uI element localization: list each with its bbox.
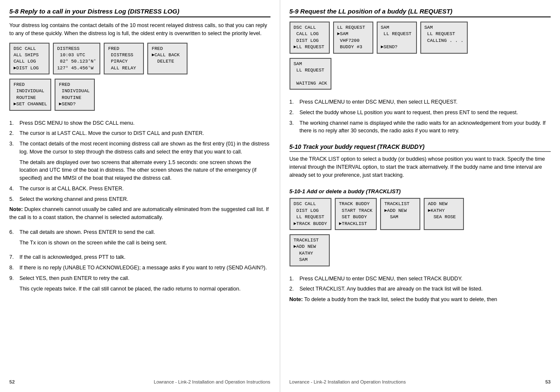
screen-sam-ll-calling: SAM LL REQUEST CALLING . . . — [420, 22, 468, 54]
left-steps-1: 1. Press DSC MENU to show the DSC CALL m… — [9, 119, 270, 159]
screen-ll-request-menu: DSC CALL CALL LOG DIST LOG ►LL REQUEST — [290, 22, 330, 54]
screen-tracklist-addnew: TRACKLIST ►ADD NEW SAM — [380, 198, 420, 230]
right-page: 5-9 Request the LL position of a buddy (… — [280, 0, 560, 392]
left-footer-text: Lowrance - Link-2 Installation and Opera… — [154, 379, 270, 384]
right-note2: Note: To delete a buddy from the track l… — [290, 296, 551, 304]
right-ll-screens-row1: DSC CALL CALL LOG DIST LOG ►LL REQUEST L… — [290, 22, 551, 54]
screen-fred-callback: FRED ►CALL BACK DELETE — [147, 43, 188, 75]
ll-step-1: 1. Press CALL/MENU to enter DSC MENU, th… — [290, 98, 551, 106]
step-3: 3. The contact details of the most recen… — [9, 140, 270, 156]
right-page-number: 53 — [545, 379, 551, 384]
screen-track-buddy-options: TRACK BUDDY START TRACK SET BUDDY ►TRACK… — [335, 198, 377, 230]
screen-tracklist-full: TRACKLIST ►ADD NEW KATHY SAM — [290, 234, 330, 266]
right-ll-screens-row2: SAM LL REQUEST WAITING ACK — [290, 58, 551, 90]
left-page: 5-8 Reply to a call in your Distress Log… — [0, 0, 280, 392]
right-tracklist-screens-row2: TRACKLIST ►ADD NEW KATHY SAM — [290, 234, 551, 266]
step-6-indent: The Tx icon is shown on the screen while… — [19, 239, 270, 247]
track-buddy-header: 5-10 Track your buddy request (TRACK BUD… — [290, 143, 551, 152]
right-page-header: 5-9 Request the LL position of a buddy (… — [290, 8, 551, 17]
left-page-number: 52 — [9, 379, 15, 384]
left-intro-text: Your distress log contains the contact d… — [9, 22, 270, 38]
left-footer: 52 Lowrance - Link-2 Installation and Op… — [9, 375, 270, 384]
left-screens-row1: DSC CALL ALL SHIPS CALL LOG ►DIST LOG DI… — [9, 43, 270, 75]
step-5: 5. Select the working channel and press … — [9, 195, 270, 203]
screen-sam-ll-waiting: SAM LL REQUEST WAITING ACK — [290, 58, 331, 90]
screen-track-buddy-menu: DSC CALL DIST LOG LL REQUEST ►TRACK BUDD… — [290, 198, 331, 230]
step-6: 6. The call details are shown. Press ENT… — [9, 228, 270, 236]
tracklist-step-2: 2. Select TRACKLIST. Any buddies that ar… — [290, 285, 551, 293]
ll-step-3: 3. The working channel name is displayed… — [290, 119, 551, 135]
ll-step-2: 2. Select the buddy whose LL position yo… — [290, 109, 551, 117]
left-note1: Note: Duplex channels cannot usually be … — [9, 206, 270, 222]
step-2: 2. The cursor is at LAST CALL. Move the … — [9, 129, 270, 137]
left-screens-row2: FRED INDIVIDUAL ROUTINE ►SET CHANNEL FRE… — [9, 79, 270, 111]
step-7: 7. If the call is acknowledged, press PT… — [9, 253, 270, 261]
screen-fred-distress: FRED DISTRESS PIRACY ALL RELAY — [104, 43, 144, 75]
screen-ll-request-sam: LL REQUEST ►SAM VHF7200 BUDDY #3 — [333, 22, 373, 54]
left-steps-7-9: 7. If the call is acknowledged, press PT… — [9, 253, 270, 285]
step-9: 9. Select YES, then push ENTER to retry … — [9, 274, 270, 282]
tracklist-step-1: 1. Press CALL/MENU to enter DSC MENU, th… — [290, 275, 551, 283]
screen-fred-setchannel: FRED INDIVIDUAL ROUTINE ►SET CHANNEL — [9, 79, 51, 111]
tracklist-header: 5-10-1 Add or delete a buddy (TRACKLIST) — [290, 188, 551, 195]
right-tracklist-steps: 1. Press CALL/MENU to enter DSC MENU, th… — [290, 275, 551, 296]
left-steps-6-9: 6. The call details are shown. Press ENT… — [9, 228, 270, 239]
screen-addnew-buddies: ADD NEW ►KATHY SEA ROSE — [424, 198, 464, 230]
right-footer: Lowrance - Link-2 Installation and Opera… — [290, 375, 551, 384]
step-3-indent: The details are displayed over two scree… — [19, 159, 270, 182]
right-footer-text: Lowrance - Link-2 Installation and Opera… — [290, 379, 406, 384]
screen-sam-ll-send: SAM LL REQUEST ►SEND? — [377, 22, 417, 54]
right-tracklist-screens-row1: DSC CALL DIST LOG LL REQUEST ►TRACK BUDD… — [290, 198, 551, 230]
left-page-header: 5-8 Reply to a call in your Distress Log… — [9, 8, 270, 17]
step-1: 1. Press DSC MENU to show the DSC CALL m… — [9, 119, 270, 127]
left-steps-4-5: 4. The cursor is at CALL BACK. Press ENT… — [9, 185, 270, 206]
step-8: 8. If there is no reply (UNABLE TO ACKNO… — [9, 264, 270, 272]
screen-fred-send: FRED INDIVIDUAL ROUTINE ►SEND? — [55, 79, 95, 111]
track-buddy-intro: Use the TRACK LIST option to select a bu… — [290, 155, 551, 179]
right-ll-steps: 1. Press CALL/MENU to enter DSC MENU, th… — [290, 98, 551, 137]
step-4: 4. The cursor is at CALL BACK. Press ENT… — [9, 185, 270, 193]
screen-distress-details: DISTRESS 10:03 UTC 82° 50.123'N' 127° 45… — [53, 43, 100, 75]
screen-dsc-call-distlog: DSC CALL ALL SHIPS CALL LOG ►DIST LOG — [9, 43, 50, 75]
step-9-indent: This cycle repeats twice. If the call st… — [19, 285, 270, 293]
